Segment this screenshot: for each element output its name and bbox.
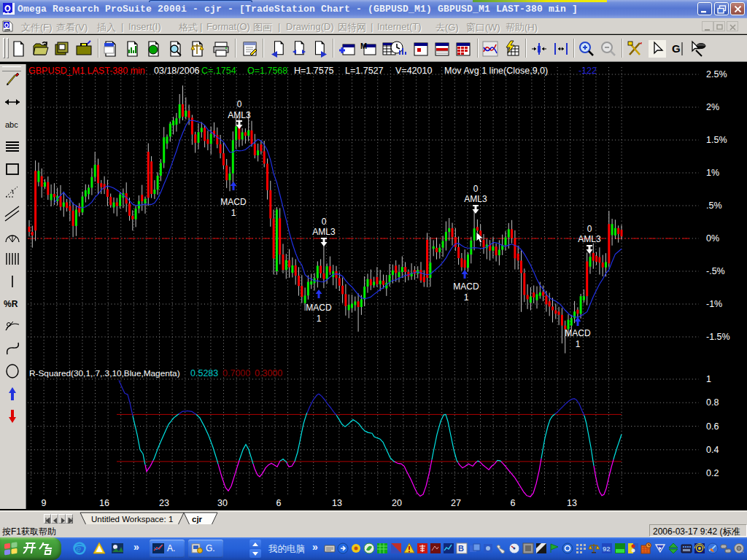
svg-text:2.5%: 2.5% — [706, 69, 727, 79]
svg-text:abc: abc — [5, 120, 18, 129]
svg-text:cjr: cjr — [192, 515, 203, 524]
svg-text:1.5%: 1.5% — [706, 135, 727, 145]
svg-text:0%: 0% — [706, 233, 719, 244]
svg-text:0.7000: 0.7000 — [222, 368, 250, 378]
svg-text:1: 1 — [576, 339, 581, 349]
svg-text:GBPUSD_M1 LAST-380 min: GBPUSD_M1 LAST-380 min — [28, 66, 145, 76]
svg-text:AML3: AML3 — [578, 234, 601, 244]
svg-text:20: 20 — [392, 498, 402, 508]
svg-text:H=1.7575: H=1.7575 — [294, 66, 334, 76]
svg-text:1: 1 — [706, 374, 711, 384]
svg-text:92: 92 — [603, 545, 611, 553]
svg-text:2%: 2% — [706, 102, 719, 112]
svg-text:0.3000: 0.3000 — [255, 368, 282, 378]
svg-text:0.2: 0.2 — [706, 468, 719, 478]
svg-text:03/18/2006: 03/18/2006 — [154, 66, 200, 76]
svg-text:-.5%: -.5% — [706, 266, 725, 276]
svg-text:1%: 1% — [706, 168, 719, 178]
svg-text:V=42010: V=42010 — [395, 66, 432, 76]
svg-text:13: 13 — [567, 498, 577, 508]
svg-text:0.8: 0.8 — [706, 397, 719, 408]
svg-text:0: 0 — [473, 184, 479, 194]
svg-text:e: e — [76, 543, 81, 554]
svg-text:AML3: AML3 — [312, 227, 336, 237]
svg-text:G: G — [672, 42, 681, 55]
svg-text:0: 0 — [587, 224, 592, 234]
svg-text:MACD: MACD — [306, 303, 332, 313]
svg-text:0: 0 — [237, 99, 242, 109]
svg-text:0.6: 0.6 — [706, 421, 719, 432]
svg-text:-122: -122 — [578, 66, 597, 76]
svg-text:AML3: AML3 — [464, 194, 487, 204]
svg-text:27: 27 — [451, 498, 461, 508]
svg-text:6: 6 — [511, 498, 516, 508]
svg-text:MACD: MACD — [220, 197, 247, 207]
svg-text:L=1.7527: L=1.7527 — [345, 66, 384, 76]
svg-text:B: B — [458, 544, 464, 553]
svg-text:%R: %R — [4, 299, 18, 309]
svg-text:-1.5%: -1.5% — [706, 332, 730, 342]
svg-text:R-Squared(30,1,.7,.3,10,Blue,M: R-Squared(30,1,.7,.3,10,Blue,Magenta) — [29, 368, 180, 378]
svg-text:6: 6 — [276, 498, 282, 508]
svg-text:0: 0 — [322, 217, 327, 227]
svg-text:13: 13 — [332, 498, 342, 508]
svg-text:MACD: MACD — [565, 328, 591, 338]
svg-text:1: 1 — [317, 314, 322, 324]
svg-text:1: 1 — [464, 292, 469, 303]
svg-text:0.4: 0.4 — [706, 445, 719, 455]
svg-text:9: 9 — [42, 498, 47, 508]
svg-text:MACD: MACD — [453, 281, 479, 292]
svg-text:30: 30 — [217, 498, 228, 508]
svg-text:O=1.7568: O=1.7568 — [247, 66, 287, 76]
svg-text:M: M — [360, 42, 367, 50]
svg-text:C=.1754: C=.1754 — [201, 66, 236, 76]
svg-text:Untitled Workspace: 1: Untitled Workspace: 1 — [91, 515, 173, 524]
svg-text:1: 1 — [231, 208, 236, 218]
svg-text:AML3: AML3 — [228, 110, 251, 120]
svg-text:.5%: .5% — [706, 201, 722, 211]
svg-text:-1%: -1% — [706, 299, 722, 309]
svg-text:16: 16 — [99, 498, 109, 508]
svg-text:Mov Avg 1 line(Close,9,0): Mov Avg 1 line(Close,9,0) — [444, 66, 548, 76]
svg-text:0.5283: 0.5283 — [190, 368, 218, 378]
svg-text:23: 23 — [159, 498, 169, 508]
